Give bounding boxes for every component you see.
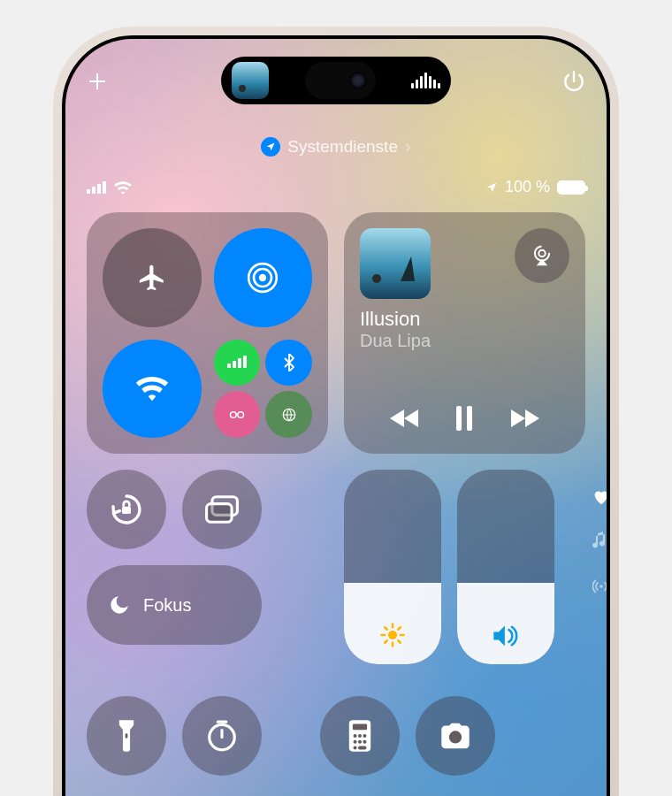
heart-icon <box>592 489 607 505</box>
power-button[interactable] <box>562 70 585 93</box>
wifi-icon <box>135 375 169 402</box>
location-arrow-icon <box>265 142 276 152</box>
flashlight-button[interactable] <box>87 696 166 776</box>
timer-button[interactable] <box>182 696 262 776</box>
svg-point-22 <box>599 585 602 587</box>
forward-button[interactable] <box>509 408 541 429</box>
flashlight-icon <box>118 719 135 753</box>
dynamic-island[interactable] <box>221 57 451 104</box>
calculator-button[interactable] <box>320 696 400 776</box>
battery-percentage: 100 % <box>505 178 550 196</box>
svg-rect-10 <box>122 507 131 514</box>
vpn-icon <box>281 407 297 423</box>
location-badge <box>261 137 280 157</box>
phone-frame: Systemdienste › 100 % <box>53 27 619 796</box>
svg-point-6 <box>538 250 546 257</box>
airplane-icon <box>137 263 167 293</box>
front-camera <box>349 72 367 89</box>
svg-line-20 <box>385 640 387 643</box>
track-title: Illusion <box>360 308 569 331</box>
svg-rect-8 <box>456 406 462 431</box>
location-status-icon <box>485 181 498 194</box>
music-note-icon <box>592 532 607 551</box>
connectivity-more-cluster[interactable] <box>214 340 313 439</box>
svg-rect-28 <box>353 723 367 730</box>
airplay-button[interactable] <box>515 228 569 283</box>
svg-line-18 <box>385 627 387 630</box>
svg-point-34 <box>363 740 366 744</box>
personal-hotspot-toggle[interactable] <box>214 391 261 438</box>
focus-button[interactable]: Fokus <box>87 565 262 645</box>
system-services-link[interactable]: Systemdienste › <box>87 136 585 157</box>
svg-point-0 <box>259 274 266 281</box>
screen-mirroring-button[interactable] <box>182 470 262 549</box>
pause-icon <box>454 406 474 431</box>
airdrop-toggle[interactable] <box>214 228 313 327</box>
svg-point-32 <box>354 740 357 744</box>
chevron-right-icon: › <box>405 136 411 157</box>
media-playback-tile[interactable]: Illusion Dua Lipa <box>344 212 585 454</box>
album-art <box>360 228 431 299</box>
volume-slider[interactable] <box>457 470 554 664</box>
airplay-icon <box>529 242 555 269</box>
svg-line-21 <box>398 627 401 630</box>
screen-mirror-icon <box>205 495 239 524</box>
timer-icon <box>205 719 239 753</box>
speaker-icon <box>492 624 520 648</box>
cellular-icon <box>227 357 247 368</box>
svg-rect-23 <box>126 733 128 738</box>
camera-button[interactable] <box>416 696 495 776</box>
svg-rect-12 <box>207 504 233 523</box>
pause-button[interactable] <box>454 406 474 431</box>
camera-icon <box>438 722 473 750</box>
svg-point-31 <box>363 734 366 738</box>
airdrop-icon <box>245 260 280 295</box>
hotspot-icon <box>228 409 246 420</box>
svg-line-19 <box>398 640 401 643</box>
svg-point-37 <box>449 731 462 743</box>
svg-rect-36 <box>358 746 367 750</box>
audio-visualizer-icon <box>411 73 440 88</box>
cellular-signal-icon <box>87 181 106 194</box>
forward-icon <box>509 408 541 429</box>
battery-icon <box>557 180 585 195</box>
calculator-icon <box>347 719 372 753</box>
status-bar: 100 % <box>87 178 585 196</box>
svg-point-13 <box>388 631 397 639</box>
svg-point-35 <box>354 746 357 750</box>
broadcast-icon <box>592 578 607 595</box>
brightness-slider[interactable] <box>344 470 441 664</box>
add-control-button[interactable] <box>87 71 108 92</box>
svg-point-33 <box>358 740 362 744</box>
vpn-toggle[interactable] <box>265 391 312 438</box>
rotation-lock-toggle[interactable] <box>87 470 166 549</box>
wifi-toggle[interactable] <box>103 340 202 439</box>
svg-point-7 <box>535 246 549 260</box>
svg-rect-9 <box>467 406 472 431</box>
track-artist: Dua Lipa <box>360 331 569 351</box>
sun-icon <box>379 622 406 648</box>
svg-point-3 <box>230 411 236 417</box>
wifi-status-icon <box>113 180 133 195</box>
sensor-housing <box>305 62 376 99</box>
bluetooth-icon <box>282 354 296 371</box>
airplane-mode-toggle[interactable] <box>103 228 202 327</box>
svg-point-4 <box>238 411 244 417</box>
svg-point-29 <box>354 734 357 738</box>
rotation-lock-icon <box>109 492 144 527</box>
control-center-screen: Systemdienste › 100 % <box>65 39 607 796</box>
now-playing-thumbnail <box>232 62 269 99</box>
focus-label: Fokus <box>143 595 191 616</box>
connectivity-tile[interactable] <box>87 212 328 454</box>
power-icon <box>562 70 585 93</box>
cellular-data-toggle[interactable] <box>214 340 261 387</box>
bluetooth-toggle[interactable] <box>265 340 312 387</box>
rewind-icon <box>388 408 420 429</box>
rewind-button[interactable] <box>388 408 420 429</box>
svg-point-30 <box>358 734 362 738</box>
system-services-label: Systemdienste <box>287 137 398 157</box>
plus-icon <box>87 71 108 92</box>
moon-icon <box>108 593 131 616</box>
